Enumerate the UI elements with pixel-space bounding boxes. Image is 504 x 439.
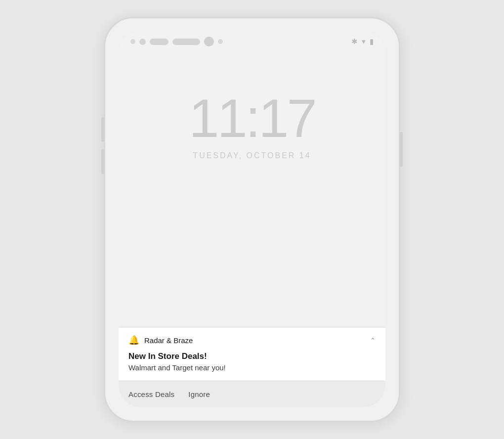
bluetooth-icon: ✱ [351,37,358,46]
battery-icon: ▮ [370,37,374,46]
notch-pill-2 [172,39,200,45]
lockscreen: 11:17 Tuesday, October 14 🔔 Radar & Braz… [119,51,385,407]
bell-icon: 🔔 [128,335,139,346]
phone-frame: ✱ ▾ ▮ 11:17 Tuesday, October 14 🔔 Radar … [104,17,400,422]
notch-sensor-2 [139,39,146,45]
notch-sensor-3 [218,39,223,44]
notch-sensor-1 [130,39,135,44]
notification-header: 🔔 Radar & Braze ⌃ [119,328,385,350]
access-deals-button[interactable]: Access Deals [128,390,174,398]
notification-card: 🔔 Radar & Braze ⌃ New In Store Deals! Wa… [119,328,385,407]
volume-down-button[interactable] [101,149,104,174]
app-name-label: Radar & Braze [144,336,365,345]
volume-up-button[interactable] [101,117,104,142]
status-bar: ✱ ▾ ▮ [119,32,385,51]
chevron-up-icon: ⌃ [370,337,376,344]
date-display: Tuesday, October 14 [193,151,311,160]
notification-actions: Access Deals Ignore [119,381,385,407]
ignore-button[interactable]: Ignore [188,390,210,398]
power-button[interactable] [400,132,403,167]
clock-display: 11:17 [189,91,315,145]
wifi-icon: ▾ [362,37,366,46]
notch-area [130,37,223,46]
front-camera [204,37,214,46]
phone-screen: ✱ ▾ ▮ 11:17 Tuesday, October 14 🔔 Radar … [119,32,385,407]
notification-title: New In Store Deals! [128,351,376,361]
notification-body: New In Store Deals! Walmart and Target n… [119,350,385,381]
notch-pill-1 [150,39,168,45]
notification-subtitle: Walmart and Target near you! [128,363,376,372]
status-icons: ✱ ▾ ▮ [351,37,374,46]
